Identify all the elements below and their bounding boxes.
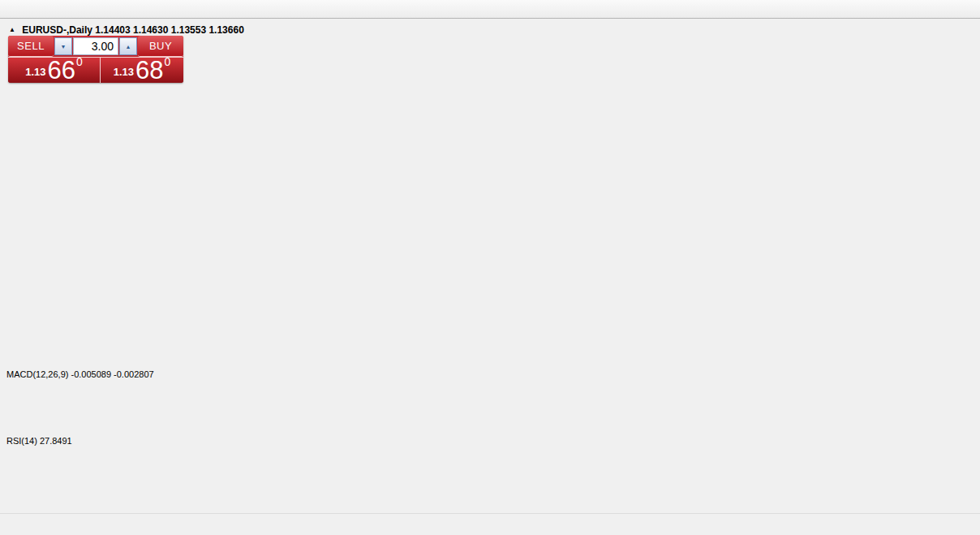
macd-indicator-label: MACD(12,26,9) -0.005089 -0.002807 xyxy=(6,369,154,379)
volume-input[interactable] xyxy=(73,37,118,55)
buy-price-big-digits: 68 xyxy=(135,60,163,80)
trading-platform-window: { "icons": { "collapse_triangle": "▲", "… xyxy=(0,0,980,535)
buy-price-prefix: 1.13 xyxy=(114,66,134,78)
buy-price-pipette: 0 xyxy=(165,55,171,68)
spinner-up-icon: ▲ xyxy=(126,44,131,50)
collapse-panel-triangle-icon[interactable]: ▲ xyxy=(9,26,15,33)
volume-increase-button[interactable]: ▲ xyxy=(119,37,137,55)
buy-button[interactable]: BUY xyxy=(138,36,183,57)
volume-decrease-button[interactable]: ▼ xyxy=(54,37,72,55)
sell-price-prefix: 1.13 xyxy=(25,66,45,78)
buy-price-display[interactable]: 1.13 68 0 xyxy=(101,58,183,83)
sell-price-big-digits: 66 xyxy=(48,60,75,80)
sell-price-pipette: 0 xyxy=(76,55,83,68)
trade-panel-price-row: 1.13 66 0 1.13 68 0 xyxy=(8,57,183,83)
trade-panel-top-row: SELL ▼ ▲ BUY xyxy=(8,36,183,57)
sell-button[interactable]: SELL xyxy=(8,36,54,57)
sell-price-display[interactable]: 1.13 66 0 xyxy=(8,58,101,83)
chart-title: ▲ EURUSD-,Daily 1.14403 1.14630 1.13553 … xyxy=(9,24,244,36)
one-click-trading-panel: SELL ▼ ▲ BUY 1.13 66 0 1.13 68 0 xyxy=(8,36,183,83)
chart-symbol-label: EURUSD-,Daily xyxy=(22,24,92,36)
rsi-indicator-label: RSI(14) 27.8491 xyxy=(6,436,72,446)
spinner-down-icon: ▼ xyxy=(61,44,67,50)
chart-ohlc-values: 1.14403 1.14630 1.13553 1.13660 xyxy=(95,24,244,36)
